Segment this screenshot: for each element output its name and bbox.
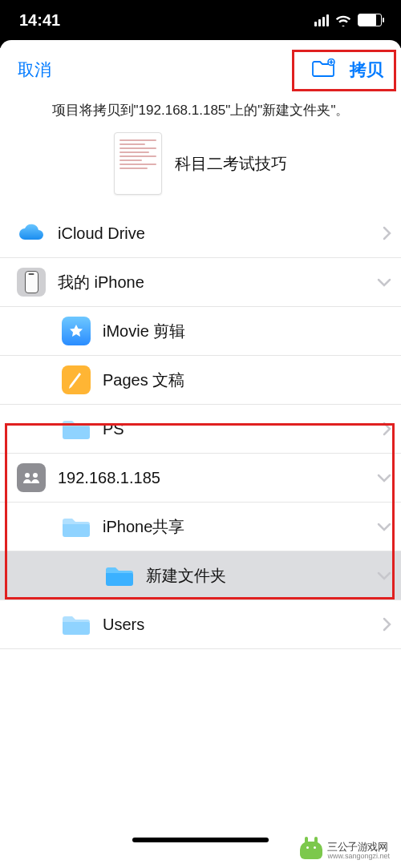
- folder-label: Pages 文稿: [93, 369, 391, 391]
- folder-iphone-share[interactable]: iPhone共享: [0, 503, 401, 551]
- imovie-icon: [62, 317, 91, 345]
- folder-pages[interactable]: Pages 文稿: [0, 356, 401, 405]
- location-label: iCloud Drive: [48, 224, 382, 243]
- chevron-right-icon: [382, 226, 391, 240]
- new-folder-button[interactable]: [311, 59, 335, 81]
- iphone-icon: [17, 268, 46, 297]
- location-list: iCloud Drive 我的 iPhone iMovie 剪辑: [0, 209, 401, 649]
- folder-label: PS: [93, 420, 382, 438]
- chevron-down-icon: [377, 277, 391, 287]
- svg-point-1: [25, 473, 30, 478]
- status-bar: 14:41: [0, 0, 401, 40]
- folder-icon: [61, 612, 91, 636]
- sheet-subtitle: 项目将拷贝到"192.168.1.185"上的"新建文件夹"。: [0, 101, 401, 119]
- copy-sheet: 取消 拷贝 项目将拷贝到"192.168.1.185"上的"新建文件夹"。 科目…: [0, 40, 401, 852]
- copy-button[interactable]: 拷贝: [346, 57, 387, 83]
- document-thumbnail-icon: [114, 132, 162, 195]
- folder-ps[interactable]: PS: [0, 405, 401, 454]
- icloud-icon: [18, 224, 45, 243]
- folder-new-folder-selected[interactable]: 新建文件夹: [0, 551, 401, 600]
- folder-icon: [61, 515, 91, 539]
- cellular-icon: [314, 14, 329, 26]
- wifi-icon: [335, 14, 351, 26]
- folder-icon: [61, 417, 91, 441]
- location-icloud[interactable]: iCloud Drive: [0, 209, 401, 258]
- svg-point-2: [33, 473, 38, 478]
- chevron-right-icon: [382, 422, 391, 436]
- chevron-down-icon: [377, 522, 391, 531]
- status-time: 14:41: [19, 11, 60, 30]
- document-preview: 科目二考试技巧: [0, 132, 401, 195]
- watermark-name: 三公子游戏网: [327, 842, 390, 853]
- watermark: 三公子游戏网 www.sangongzi.net: [295, 840, 395, 862]
- watermark-url: www.sangongzi.net: [327, 853, 390, 860]
- chevron-down-icon: [377, 473, 391, 482]
- chevron-right-icon: [382, 617, 391, 632]
- folder-label: 新建文件夹: [136, 565, 377, 587]
- battery-icon: [358, 14, 382, 26]
- location-label: 我的 iPhone: [48, 272, 377, 293]
- shared-server-icon: [17, 463, 46, 492]
- folder-imovie[interactable]: iMovie 剪辑: [0, 307, 401, 356]
- watermark-logo-icon: [300, 842, 322, 859]
- location-label: 192.168.1.185: [48, 469, 377, 487]
- folder-users[interactable]: Users: [0, 600, 401, 649]
- location-server[interactable]: 192.168.1.185: [0, 454, 401, 503]
- document-title: 科目二考试技巧: [175, 153, 287, 175]
- home-indicator: [132, 838, 269, 842]
- chevron-down-icon: [377, 571, 391, 580]
- location-my-iphone[interactable]: 我的 iPhone: [0, 258, 401, 307]
- pages-icon: [62, 365, 91, 394]
- status-icons: [314, 14, 382, 26]
- nav-bar: 取消 拷贝: [0, 40, 401, 93]
- new-folder-icon: [311, 59, 335, 78]
- folder-label: Users: [93, 616, 382, 634]
- cancel-button[interactable]: 取消: [14, 57, 55, 83]
- folder-label: iMovie 剪辑: [93, 321, 391, 342]
- folder-icon: [104, 563, 135, 587]
- folder-label: iPhone共享: [93, 516, 377, 538]
